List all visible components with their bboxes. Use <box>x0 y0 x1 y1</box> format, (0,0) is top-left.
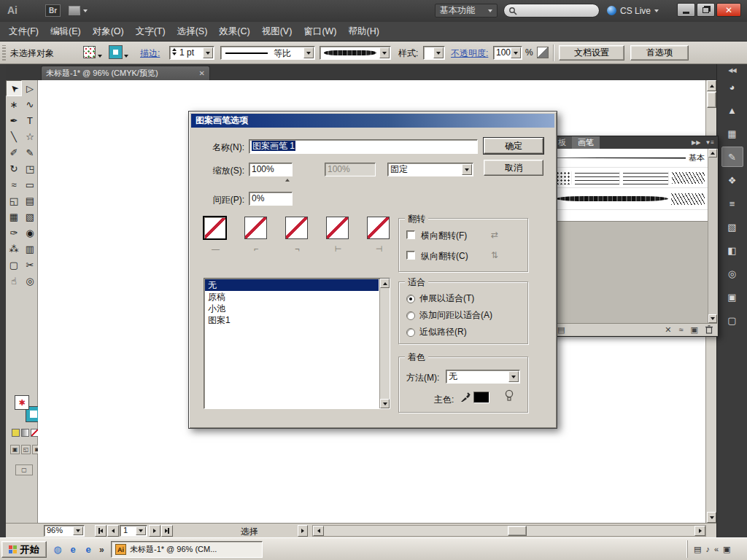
delete-brush-icon[interactable] <box>705 325 713 334</box>
menu-item[interactable]: 帮助(H) <box>343 22 385 41</box>
ok-button[interactable]: 确定 <box>484 138 543 154</box>
swatches-panel-icon[interactable]: ▦ <box>721 123 743 144</box>
close-button[interactable]: ✕ <box>716 3 741 17</box>
scroll-up-icon[interactable] <box>707 80 716 91</box>
appearance-panel-icon[interactable]: ◎ <box>721 263 743 284</box>
workspace-switcher[interactable]: 基本功能 <box>435 4 498 18</box>
method-combo[interactable]: 无 <box>446 370 520 384</box>
scroll-down-icon[interactable] <box>380 399 390 408</box>
stroke-panel-icon[interactable]: ≡ <box>721 193 743 214</box>
scroll-up-icon[interactable] <box>708 149 717 158</box>
rectangle-tool[interactable]: ☆ <box>22 128 38 144</box>
quick-launch-icon-3[interactable]: e <box>82 542 95 556</box>
vertical-scroll-thumb[interactable] <box>707 92 716 108</box>
lasso-tool[interactable]: ∿ <box>22 96 38 112</box>
menu-item[interactable]: 窗口(W) <box>298 22 342 41</box>
width-tool[interactable]: ≈ <box>6 176 22 192</box>
tray-chevron-icon[interactable]: « <box>714 545 719 553</box>
document-setup-button[interactable]: 文档设置 <box>559 45 624 61</box>
quick-launch-overflow-icon[interactable]: » <box>99 545 104 555</box>
menu-item[interactable]: 效果(C) <box>213 22 255 41</box>
panel-scrollbar[interactable] <box>708 149 717 323</box>
brush-options-icon[interactable]: ≈ <box>679 325 684 334</box>
artboard-tool[interactable]: ▢ <box>6 257 22 273</box>
color-panel-icon[interactable]: ◕ <box>721 77 743 97</box>
brush-dropdown-icon[interactable] <box>379 47 390 58</box>
panel-collapse-icon[interactable]: ▶▶ <box>692 139 700 146</box>
next-page-button[interactable] <box>149 525 160 537</box>
scale-tool[interactable]: ◳ <box>22 160 38 176</box>
flip-horizontal-checkbox[interactable] <box>406 230 415 239</box>
brush-definition-combo[interactable] <box>320 46 391 60</box>
fill-dropdown-icon[interactable] <box>98 55 102 58</box>
layers-panel-icon[interactable]: ▣ <box>721 287 743 307</box>
fill-swatch[interactable]: ✱ <box>15 395 29 410</box>
pen-tool[interactable]: ✒ <box>6 112 22 128</box>
outer-corner-tile-button[interactable] <box>244 217 267 239</box>
opacity-mask-icon[interactable] <box>537 47 549 58</box>
scroll-down-icon[interactable] <box>707 512 716 523</box>
stroke-color-proxy[interactable] <box>109 46 122 58</box>
quick-launch-icon-1[interactable]: ◍ <box>51 542 64 556</box>
menu-item[interactable]: 对象(O) <box>87 22 130 41</box>
inner-corner-tile-button[interactable] <box>285 217 308 239</box>
paintbrush-tool[interactable]: ✐ <box>6 144 22 160</box>
zoom-combo[interactable]: 96% <box>44 525 85 537</box>
tile-position-icon[interactable]: ⊢ <box>326 244 350 254</box>
tile-position-icon[interactable]: ⌐ <box>244 244 268 254</box>
pattern-list-item[interactable]: 无 <box>205 279 379 291</box>
brush-item-basic[interactable]: 基本 <box>553 149 708 168</box>
fit-option[interactable]: 近似路径(R) <box>406 326 467 338</box>
artboards-panel-icon[interactable]: ▢ <box>721 310 743 330</box>
scale-input[interactable]: 100% <box>249 163 293 176</box>
new-brush-icon[interactable]: ▣ <box>691 325 698 335</box>
tab-brushes[interactable]: 画笔 <box>572 136 600 149</box>
menu-item[interactable]: 视图(V) <box>256 22 298 41</box>
tile-position-icon[interactable]: ¬ <box>285 244 309 254</box>
fit-option[interactable]: 伸展以适合(T) <box>406 292 474 305</box>
first-page-button[interactable] <box>95 525 107 537</box>
perspective-grid-tool[interactable]: ▤ <box>22 192 38 209</box>
fit-option[interactable]: 添加间距以适合(A) <box>406 309 492 322</box>
transparency-panel-icon[interactable]: ◧ <box>721 240 743 260</box>
pattern-list-item[interactable]: 图案1 <box>205 314 379 326</box>
width-profile-dropdown-icon[interactable] <box>303 47 314 58</box>
page-dropdown-icon[interactable] <box>136 526 146 535</box>
style-dropdown-icon[interactable] <box>433 47 444 58</box>
symbols-panel-icon[interactable]: ❖ <box>721 170 743 190</box>
opacity-combo[interactable]: 100 <box>493 46 522 60</box>
end-tile-button[interactable] <box>367 217 390 239</box>
mesh-tool[interactable]: ▦ <box>6 209 22 225</box>
dialog-titlebar[interactable]: 图案画笔选项 <box>191 114 554 128</box>
symbol-sprayer-tool[interactable]: ⁂ <box>6 241 22 257</box>
panel-menu-icon[interactable]: ▼≡ <box>705 139 714 146</box>
pattern-list-item[interactable]: 小池 <box>205 303 379 314</box>
spacing-input[interactable]: 0% <box>249 192 293 206</box>
pencil-tool[interactable]: ✎ <box>22 144 38 160</box>
scroll-left-icon[interactable] <box>313 526 324 536</box>
draw-behind-button[interactable]: ◱ <box>21 445 31 454</box>
panel-grip[interactable] <box>2 45 6 61</box>
gradient-button[interactable] <box>21 429 29 437</box>
screen-mode-button[interactable]: ▢ <box>15 464 33 475</box>
start-button[interactable]: 开始 <box>1 541 47 558</box>
arrange-documents-dropdown-icon[interactable] <box>83 9 88 12</box>
arrange-documents-icon[interactable] <box>69 6 80 15</box>
hand-tool[interactable]: ☝ <box>6 273 22 289</box>
width-profile-combo[interactable]: 等比 <box>220 46 315 60</box>
document-tab[interactable]: 未标题-1* @ 96% (CMYK/预览) ✕ <box>41 66 210 80</box>
document-close-icon[interactable]: ✕ <box>199 69 205 77</box>
key-color-swatch[interactable] <box>473 392 489 403</box>
dock-collapse-icon[interactable]: ◀◀ <box>717 64 747 74</box>
tips-lightbulb-icon[interactable] <box>504 389 514 402</box>
menu-item[interactable]: 文件(F) <box>3 22 44 41</box>
stroke-dropdown-icon[interactable] <box>124 55 128 58</box>
fill-stroke-control[interactable]: ✱ <box>15 395 41 421</box>
cs-live-button[interactable]: CS Live <box>607 4 673 18</box>
stroke-panel-link[interactable]: 描边: <box>140 47 160 60</box>
line-brush-swatch[interactable] <box>623 171 669 184</box>
previous-page-button[interactable] <box>107 525 119 537</box>
horizontal-scrollbar[interactable] <box>312 525 706 537</box>
zoom-dropdown-icon[interactable] <box>73 526 83 535</box>
scale-mode-dropdown-icon[interactable] <box>462 164 472 175</box>
